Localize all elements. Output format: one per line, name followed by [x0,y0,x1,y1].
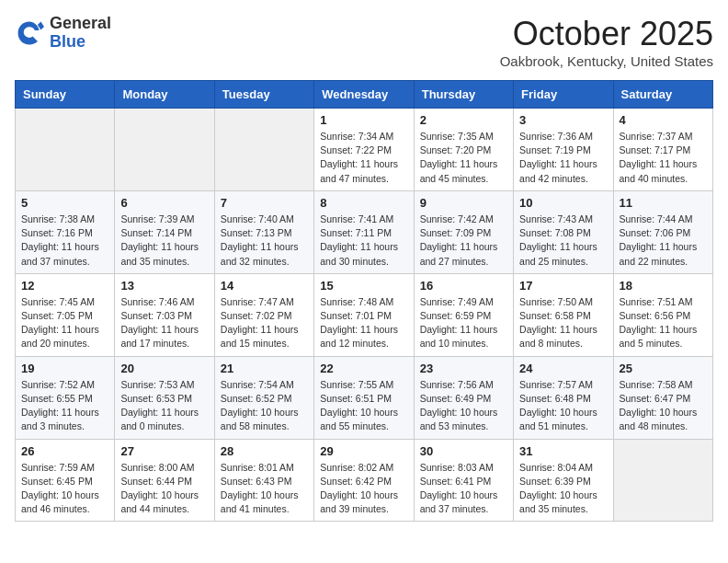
day-number: 17 [519,279,607,293]
title-block: October 2025 Oakbrook, Kentucky, United … [500,15,713,69]
weekday-header-sunday: Sunday [16,81,115,109]
day-info: Sunrise: 7:59 AM Sunset: 6:45 PM Dayligh… [21,461,108,517]
calendar-cell: 3Sunrise: 7:36 AM Sunset: 7:19 PM Daylig… [514,109,613,191]
calendar-cell: 26Sunrise: 7:59 AM Sunset: 6:45 PM Dayli… [16,439,115,522]
calendar-cell [613,439,712,522]
day-info: Sunrise: 7:54 AM Sunset: 6:52 PM Dayligh… [221,378,308,434]
month-title: October 2025 [500,15,713,53]
day-number: 30 [420,444,507,458]
page-header: General Blue October 2025 Oakbrook, Kent… [15,15,713,69]
day-info: Sunrise: 7:58 AM Sunset: 6:47 PM Dayligh… [620,378,707,434]
calendar-cell: 25Sunrise: 7:58 AM Sunset: 6:47 PM Dayli… [613,356,712,439]
calendar-cell: 29Sunrise: 8:02 AM Sunset: 6:42 PM Dayli… [314,439,414,522]
day-number: 4 [620,113,707,127]
day-info: Sunrise: 7:57 AM Sunset: 6:48 PM Dayligh… [519,378,607,434]
day-number: 20 [120,362,208,375]
day-number: 16 [420,279,507,293]
day-info: Sunrise: 7:43 AM Sunset: 7:08 PM Dayligh… [519,213,607,269]
logo-blue: Blue [50,33,111,52]
calendar-cell: 7Sunrise: 7:40 AM Sunset: 7:13 PM Daylig… [214,190,313,273]
day-number: 2 [420,113,507,127]
calendar-week-row: 1Sunrise: 7:34 AM Sunset: 7:22 PM Daylig… [16,109,713,191]
weekday-header-thursday: Thursday [414,81,513,109]
calendar-cell: 20Sunrise: 7:53 AM Sunset: 6:53 PM Dayli… [115,356,214,439]
calendar-week-row: 19Sunrise: 7:52 AM Sunset: 6:55 PM Dayli… [16,356,713,439]
day-number: 15 [320,279,407,293]
day-number: 19 [21,362,108,375]
day-info: Sunrise: 7:46 AM Sunset: 7:03 PM Dayligh… [120,295,208,351]
weekday-header-monday: Monday [115,81,214,109]
location: Oakbrook, Kentucky, United States [500,53,713,69]
day-info: Sunrise: 7:39 AM Sunset: 7:14 PM Dayligh… [120,213,208,269]
weekday-header-friday: Friday [514,81,613,109]
logo-general: General [50,15,111,33]
calendar-cell: 27Sunrise: 8:00 AM Sunset: 6:44 PM Dayli… [115,439,214,522]
calendar-cell: 28Sunrise: 8:01 AM Sunset: 6:43 PM Dayli… [214,439,313,522]
calendar-cell: 8Sunrise: 7:41 AM Sunset: 7:11 PM Daylig… [314,190,414,273]
day-number: 25 [620,362,707,375]
day-number: 6 [120,196,208,210]
day-number: 11 [620,196,707,210]
weekday-header-tuesday: Tuesday [214,81,313,109]
calendar-cell: 5Sunrise: 7:38 AM Sunset: 7:16 PM Daylig… [16,190,115,273]
calendar-cell: 24Sunrise: 7:57 AM Sunset: 6:48 PM Dayli… [514,356,613,439]
calendar-cell: 14Sunrise: 7:47 AM Sunset: 7:02 PM Dayli… [214,273,313,356]
day-number: 8 [320,196,407,210]
day-info: Sunrise: 7:49 AM Sunset: 6:59 PM Dayligh… [420,295,507,351]
day-number: 5 [21,196,108,210]
day-info: Sunrise: 7:48 AM Sunset: 7:01 PM Dayligh… [320,295,407,351]
day-info: Sunrise: 7:53 AM Sunset: 6:53 PM Dayligh… [120,378,208,434]
day-info: Sunrise: 7:51 AM Sunset: 6:56 PM Dayligh… [620,295,707,351]
calendar-cell: 30Sunrise: 8:03 AM Sunset: 6:41 PM Dayli… [414,439,513,522]
day-info: Sunrise: 7:34 AM Sunset: 7:22 PM Dayligh… [320,130,407,186]
day-info: Sunrise: 8:04 AM Sunset: 6:39 PM Dayligh… [519,461,607,517]
weekday-header-row: SundayMondayTuesdayWednesdayThursdayFrid… [16,81,713,109]
day-number: 22 [320,362,407,375]
day-number: 27 [120,444,208,458]
day-number: 12 [21,279,108,293]
calendar-cell [115,109,214,191]
day-number: 29 [320,444,407,458]
day-number: 1 [320,113,407,127]
day-number: 23 [420,362,507,375]
calendar-cell: 9Sunrise: 7:42 AM Sunset: 7:09 PM Daylig… [414,190,513,273]
calendar-cell: 21Sunrise: 7:54 AM Sunset: 6:52 PM Dayli… [214,356,313,439]
day-number: 24 [519,362,607,375]
calendar-cell: 11Sunrise: 7:44 AM Sunset: 7:06 PM Dayli… [613,190,712,273]
day-info: Sunrise: 7:45 AM Sunset: 7:05 PM Dayligh… [21,295,108,351]
logo-text: General Blue [50,15,111,52]
day-number: 18 [620,279,707,293]
calendar-week-row: 12Sunrise: 7:45 AM Sunset: 7:05 PM Dayli… [16,273,713,356]
day-info: Sunrise: 7:38 AM Sunset: 7:16 PM Dayligh… [21,213,108,269]
calendar-week-row: 5Sunrise: 7:38 AM Sunset: 7:16 PM Daylig… [16,190,713,273]
day-number: 28 [221,444,308,458]
calendar-cell: 10Sunrise: 7:43 AM Sunset: 7:08 PM Dayli… [514,190,613,273]
day-number: 3 [519,113,607,127]
day-number: 10 [519,196,607,210]
day-info: Sunrise: 7:55 AM Sunset: 6:51 PM Dayligh… [320,378,407,434]
calendar-cell: 2Sunrise: 7:35 AM Sunset: 7:20 PM Daylig… [414,109,513,191]
calendar-cell: 6Sunrise: 7:39 AM Sunset: 7:14 PM Daylig… [115,190,214,273]
day-info: Sunrise: 8:00 AM Sunset: 6:44 PM Dayligh… [120,461,208,517]
day-info: Sunrise: 7:42 AM Sunset: 7:09 PM Dayligh… [420,213,507,269]
calendar-cell: 17Sunrise: 7:50 AM Sunset: 6:58 PM Dayli… [514,273,613,356]
weekday-header-wednesday: Wednesday [314,81,414,109]
day-number: 13 [120,279,208,293]
day-info: Sunrise: 8:02 AM Sunset: 6:42 PM Dayligh… [320,461,407,517]
calendar-cell: 31Sunrise: 8:04 AM Sunset: 6:39 PM Dayli… [514,439,613,522]
logo-icon [15,18,44,48]
day-number: 31 [519,444,607,458]
day-info: Sunrise: 7:56 AM Sunset: 6:49 PM Dayligh… [420,378,507,434]
day-info: Sunrise: 7:47 AM Sunset: 7:02 PM Dayligh… [221,295,308,351]
logo: General Blue [15,15,111,52]
calendar-cell: 12Sunrise: 7:45 AM Sunset: 7:05 PM Dayli… [16,273,115,356]
day-info: Sunrise: 7:35 AM Sunset: 7:20 PM Dayligh… [420,130,507,186]
day-number: 26 [21,444,108,458]
calendar-cell: 19Sunrise: 7:52 AM Sunset: 6:55 PM Dayli… [16,356,115,439]
day-info: Sunrise: 7:50 AM Sunset: 6:58 PM Dayligh… [519,295,607,351]
calendar-cell: 16Sunrise: 7:49 AM Sunset: 6:59 PM Dayli… [414,273,513,356]
calendar-cell: 15Sunrise: 7:48 AM Sunset: 7:01 PM Dayli… [314,273,414,356]
day-number: 14 [221,279,308,293]
calendar-cell: 13Sunrise: 7:46 AM Sunset: 7:03 PM Dayli… [115,273,214,356]
day-number: 21 [221,362,308,375]
